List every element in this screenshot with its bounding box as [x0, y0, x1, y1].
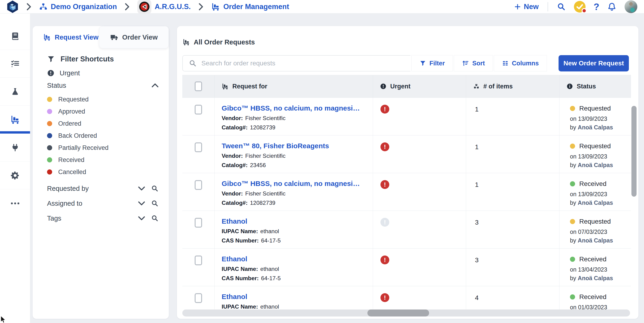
- status-dot: [570, 219, 575, 224]
- app-logo[interactable]: [6, 0, 19, 13]
- row-meta-line: IUPAC Name:ethanol: [222, 228, 367, 235]
- nav-integrations[interactable]: [0, 134, 30, 161]
- product-link[interactable]: Ethanol: [222, 255, 367, 263]
- status-filter-item[interactable]: Approved: [47, 105, 158, 117]
- filter-section-assigned-to[interactable]: Assigned to: [47, 196, 158, 211]
- columns-icon: [502, 60, 508, 66]
- new-button[interactable]: New: [514, 2, 539, 11]
- urgent-icon: !: [380, 293, 389, 302]
- table-row[interactable]: Tween™ 80, Fisher BioReagents Vendor:Fis…: [182, 135, 631, 173]
- help-button[interactable]: ?: [594, 2, 599, 11]
- filter-sections: Requested by Assigned to Tags: [47, 181, 158, 226]
- row-checkbox[interactable]: [195, 293, 202, 303]
- status-filter-item[interactable]: Requested: [47, 93, 158, 105]
- order-cart-icon: [43, 33, 51, 41]
- status-filter-item[interactable]: Cancelled: [47, 166, 158, 178]
- product-link[interactable]: Ethanol: [222, 293, 367, 301]
- urgent-icon: !: [380, 218, 389, 227]
- table-row[interactable]: Ethanol IUPAC Name:ethanolCAS Number:64-…: [182, 249, 631, 286]
- product-link[interactable]: Ethanol: [222, 217, 367, 225]
- search-icon[interactable]: [151, 185, 158, 192]
- sort-button[interactable]: Sort: [454, 55, 493, 71]
- new-order-request-button[interactable]: New Order Request: [558, 55, 629, 71]
- tasks-badge-button[interactable]: [574, 1, 586, 13]
- global-search-button[interactable]: [557, 2, 566, 11]
- breadcrumb-workspace[interactable]: A.R.G.U.S.: [137, 0, 191, 14]
- order-cart-icon: [211, 2, 220, 11]
- row-select-cell[interactable]: [182, 173, 215, 211]
- tab-request-view[interactable]: Request View: [32, 26, 99, 48]
- column-header-request-for[interactable]: Request for: [215, 75, 373, 97]
- filter-urgent[interactable]: Urgent: [47, 68, 158, 78]
- breadcrumb-page[interactable]: Order Management: [211, 2, 289, 11]
- row-select-cell[interactable]: [182, 286, 215, 310]
- filter-status-header[interactable]: Status: [47, 81, 158, 90]
- status-by-user-link[interactable]: Anoä Calpas: [578, 124, 613, 131]
- status-filter-item[interactable]: Partially Received: [47, 142, 158, 154]
- items-count-cell: 3: [466, 249, 560, 286]
- filter-section-requested-by[interactable]: Requested by: [47, 181, 158, 196]
- tab-order-view[interactable]: Order View: [99, 26, 169, 48]
- table-row[interactable]: Ethanol IUPAC Name:ethanolCAS Number:64-…: [182, 211, 631, 249]
- product-link[interactable]: Gibco™ HBSS, no calcium, no magnesi…: [222, 180, 367, 188]
- row-select-cell[interactable]: [182, 249, 215, 286]
- status-filter-item[interactable]: Back Ordered: [47, 130, 158, 142]
- filter-button[interactable]: Filter: [412, 55, 453, 71]
- row-checkbox[interactable]: [195, 256, 202, 265]
- search-icon[interactable]: [151, 200, 158, 207]
- request-for-cell: Tween™ 80, Fisher BioReagents Vendor:Fis…: [215, 135, 373, 173]
- table-row[interactable]: Ethanol IUPAC Name:ethanolCAS Number:64-…: [182, 286, 631, 310]
- chevron-down-icon[interactable]: [138, 216, 145, 220]
- row-select-cell[interactable]: [182, 135, 215, 173]
- status-by-user-link[interactable]: Anoä Calpas: [578, 162, 613, 168]
- status-filter-label: Partially Received: [58, 144, 108, 151]
- row-checkbox[interactable]: [195, 105, 202, 114]
- chevron-down-icon[interactable]: [138, 186, 145, 191]
- active-nav-indicator: [0, 131, 30, 134]
- column-header-status[interactable]: Status: [560, 75, 631, 97]
- horizontal-scrollbar-thumb[interactable]: [368, 310, 429, 317]
- status-by: by Anoä Calpas: [570, 199, 631, 206]
- status-filter-item[interactable]: Ordered: [47, 117, 158, 130]
- row-checkbox[interactable]: [195, 180, 202, 190]
- row-select-cell[interactable]: [182, 211, 215, 248]
- product-link[interactable]: Gibco™ HBSS, no calcium, no magnesi…: [222, 104, 367, 112]
- search-box[interactable]: [182, 55, 410, 71]
- filter-section-tags[interactable]: Tags: [47, 211, 158, 226]
- nav-settings[interactable]: [0, 161, 30, 189]
- nav-journal[interactable]: [0, 22, 30, 50]
- status-by-user-link[interactable]: Anoä Calpas: [578, 237, 613, 244]
- search-input[interactable]: [202, 59, 404, 67]
- row-checkbox[interactable]: [195, 142, 202, 152]
- status-filter-item[interactable]: Received: [47, 154, 158, 166]
- columns-button[interactable]: Columns: [494, 55, 547, 71]
- column-header-urgent[interactable]: Urgent: [373, 75, 466, 97]
- nav-tasks[interactable]: [0, 50, 30, 78]
- status-by-user-link[interactable]: Anoä Calpas: [578, 275, 613, 281]
- status-by-user-link[interactable]: Anoä Calpas: [578, 199, 613, 206]
- nav-order-management[interactable]: [0, 106, 30, 134]
- status-cell: Received on 13/04/2023 by Anoä Calpas: [560, 249, 631, 286]
- table-row[interactable]: Gibco™ HBSS, no calcium, no magnesi… Ven…: [182, 98, 631, 135]
- user-avatar[interactable]: [624, 0, 638, 13]
- chevron-down-icon[interactable]: [138, 201, 145, 206]
- select-all-checkbox[interactable]: [195, 81, 202, 91]
- nav-samples[interactable]: [0, 78, 30, 106]
- items-count-cell: 1: [466, 173, 560, 211]
- org-sitemap-icon: [39, 2, 48, 11]
- product-link[interactable]: Tween™ 80, Fisher BioReagents: [222, 142, 367, 150]
- exclamation-circle-icon: [380, 83, 386, 90]
- search-icon[interactable]: [151, 215, 158, 222]
- vertical-scrollbar[interactable]: [632, 106, 636, 197]
- select-all-cell[interactable]: [182, 75, 215, 97]
- table-row[interactable]: Gibco™ HBSS, no calcium, no magnesi… Ven…: [182, 173, 631, 211]
- column-header-items[interactable]: # of items: [466, 75, 560, 97]
- row-select-cell[interactable]: [182, 98, 215, 135]
- status-by: by Anoä Calpas: [570, 275, 631, 282]
- notifications-bell-button[interactable]: [607, 2, 616, 11]
- row-checkbox[interactable]: [195, 218, 202, 228]
- status-dot: [47, 157, 52, 162]
- breadcrumb-organization[interactable]: Demo Organization: [39, 2, 117, 11]
- horizontal-scrollbar-track[interactable]: [182, 310, 630, 317]
- nav-more[interactable]: [0, 189, 30, 217]
